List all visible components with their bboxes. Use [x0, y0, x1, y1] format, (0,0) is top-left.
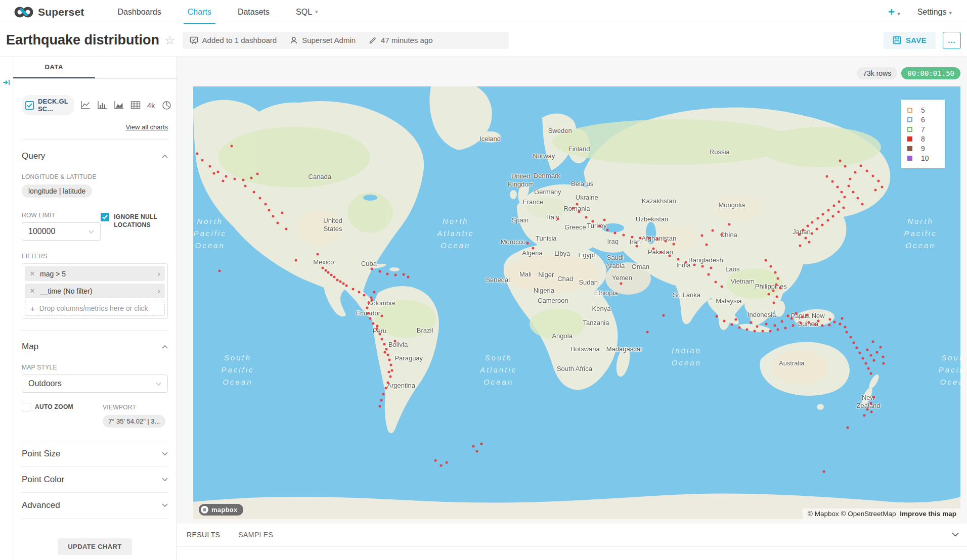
mapbox-logo[interactable]: mapbox: [199, 504, 243, 516]
remove-filter-icon[interactable]: ✕: [25, 287, 40, 295]
legend-item[interactable]: 9: [907, 144, 939, 153]
settings-menu[interactable]: Settings▾: [917, 8, 952, 17]
auto-zoom-checkbox-row[interactable]: AUTO ZOOM: [22, 403, 103, 411]
earthquake-point: [861, 203, 863, 205]
row-limit-select[interactable]: 100000: [22, 222, 101, 241]
superset-logo[interactable]: Superset: [14, 6, 84, 18]
earthquake-point: [810, 232, 813, 235]
map-style-select[interactable]: Outdoors: [22, 375, 168, 393]
remove-filter-icon[interactable]: ✕: [25, 270, 40, 277]
nav-item-datasets[interactable]: Datasets: [225, 0, 283, 24]
earthquake-point: [866, 349, 869, 351]
earthquake-point: [816, 228, 818, 230]
pie-chart-icon[interactable]: [162, 101, 171, 110]
filter-chip[interactable]: ✕__time (No filter)›: [25, 284, 165, 298]
improve-map-link[interactable]: Improve this map: [900, 510, 956, 518]
earthquake-point: [780, 320, 783, 322]
section-point-size[interactable]: Point Size: [22, 441, 168, 467]
earthquake-point: [872, 396, 875, 398]
viz-type-selected[interactable]: DECK.GL SC...: [22, 95, 74, 115]
favorite-star-icon[interactable]: ☆: [164, 33, 175, 48]
deckgl-scatter-map[interactable]: North Pacific OceanNorth Atlantic OceanS…: [193, 86, 960, 519]
legend-item[interactable]: 8: [907, 134, 939, 144]
earthquake-point: [660, 251, 663, 253]
bar-chart-icon[interactable]: [97, 101, 107, 110]
viewport-chip[interactable]: 7° 35' 54.02" | 3...: [103, 415, 165, 428]
earthquake-point: [808, 241, 811, 244]
legend-item[interactable]: 5: [907, 105, 939, 115]
save-button[interactable]: SAVE: [884, 32, 936, 49]
new-item-button[interactable]: +▾: [888, 6, 900, 19]
results-tab-samples[interactable]: SAMPLES: [238, 531, 273, 546]
earthquake-point: [844, 325, 847, 328]
panel-collapse-strip: [0, 57, 13, 560]
nav-item-charts[interactable]: Charts: [174, 0, 225, 24]
update-chart-button[interactable]: UPDATE CHART: [58, 538, 131, 555]
earthquake-point: [807, 225, 809, 227]
earthquake-point: [721, 286, 723, 288]
earthquake-point: [367, 312, 369, 314]
chevron-up-icon[interactable]: [162, 345, 168, 349]
earthquake-point: [770, 265, 772, 268]
earthquake-point: [839, 160, 841, 162]
legend-item[interactable]: 7: [907, 124, 939, 134]
collapse-panel-icon[interactable]: [3, 79, 11, 86]
earthquake-point: [264, 203, 267, 205]
line-chart-icon[interactable]: [80, 101, 91, 110]
filters-dropzone[interactable]: + Drop columns/metrics here or click: [25, 301, 165, 316]
chevron-down-icon: [89, 230, 94, 234]
earthquake-point: [814, 323, 817, 325]
earthquake-point: [837, 185, 839, 188]
section-advanced[interactable]: Advanced: [22, 493, 168, 519]
more-options-button[interactable]: ...: [943, 32, 961, 49]
earthquake-point: [373, 291, 376, 294]
earthquake-point: [872, 359, 875, 361]
lonlat-chip[interactable]: longitude | latitude: [22, 184, 92, 198]
chevron-up-icon[interactable]: [162, 154, 168, 158]
earthquake-point: [445, 461, 448, 463]
earthquake-point: [693, 263, 695, 266]
filter-chip[interactable]: ✕mag > 5›: [25, 266, 165, 281]
earthquake-point: [390, 369, 393, 372]
last-modified[interactable]: 47 minutes ago: [369, 36, 433, 44]
earthquake-point: [378, 405, 381, 408]
mapbox-attribution-link[interactable]: © Mapbox: [808, 510, 839, 518]
earthquake-point: [829, 318, 831, 320]
legend-swatch: [907, 117, 912, 122]
earthquake-point: [387, 353, 389, 356]
earthquake-point: [390, 364, 392, 366]
save-floppy-icon: [893, 36, 901, 44]
viz-4k-badge[interactable]: 4k: [147, 101, 155, 110]
earthquake-point: [700, 235, 703, 237]
earthquake-point: [840, 191, 843, 193]
earthquake-point: [526, 242, 529, 244]
collapse-results-icon[interactable]: [952, 530, 959, 539]
earthquake-point: [730, 323, 733, 325]
map-attribution: © Mapbox © OpenStreetMap Improve this ma…: [803, 508, 960, 519]
ignore-null-checkbox[interactable]: [101, 213, 109, 221]
osm-attribution-link[interactable]: © OpenStreetMap: [841, 510, 896, 518]
results-tab-results[interactable]: RESULTS: [187, 531, 220, 546]
legend-item[interactable]: 10: [907, 153, 939, 163]
section-point-color[interactable]: Point Color: [22, 467, 168, 493]
view-all-charts-link[interactable]: View all charts: [125, 123, 168, 131]
earthquake-point: [708, 273, 710, 275]
earthquake-point: [196, 152, 198, 155]
legend-item[interactable]: 6: [907, 115, 939, 124]
table-icon[interactable]: [130, 101, 141, 110]
earthquake-point: [281, 211, 283, 214]
earthquake-point: [212, 172, 215, 175]
nav-item-dashboards[interactable]: Dashboards: [104, 0, 174, 24]
nav-item-sql[interactable]: SQL▾: [283, 0, 331, 24]
earthquake-point: [850, 336, 852, 339]
auto-zoom-checkbox[interactable]: [22, 403, 30, 411]
dashboard-meta[interactable]: Added to 1 dashboard: [190, 36, 277, 44]
caret-down-icon: ▾: [949, 10, 952, 16]
earthquake-point: [817, 319, 820, 322]
page-title: Earthquake distribution: [6, 32, 159, 48]
earthquake-point: [656, 238, 658, 241]
tab-data[interactable]: DATA: [13, 57, 95, 78]
earthquake-point: [821, 223, 823, 226]
area-chart-icon[interactable]: [114, 101, 124, 110]
ignore-null-checkbox-row[interactable]: IGNORE NULL LOCATIONS: [101, 213, 168, 229]
